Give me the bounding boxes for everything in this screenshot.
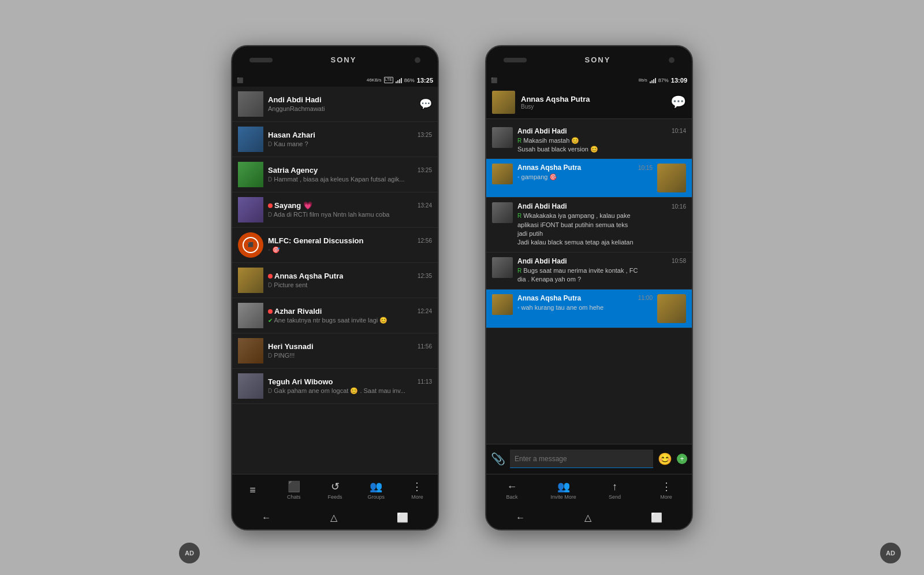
attach-icon[interactable]: 📎 [491,452,505,466]
chat-item-annas[interactable]: Annas Aqsha Putra 12:35 D Picture sent [232,263,438,298]
chat-preview-sayang: D Ada di RCTi film nya Nntn lah kamu cob… [268,211,432,218]
nav-chats[interactable]: ⬛ Chats [273,478,314,502]
recents-btn-right[interactable]: ⬜ [651,512,662,523]
chat-name-annas: Annas Aqsha Putra [268,272,343,280]
nav-more[interactable]: ⋮ More [397,478,438,502]
chat-item-sayang[interactable]: Sayang 💗 13:24 D Ada di RCTi film nya Nn… [232,192,438,228]
msg-time-4: 10:58 [672,258,686,264]
avatar-teguh [238,373,263,399]
chat-item-hasan[interactable]: Hasan Azhari 13:25 D Kau mane ? [232,122,438,157]
rbar4 [655,78,656,83]
signal-left [396,77,402,83]
msg-5: Annas Aqsha Putra 11:00 •wah kurang tau … [486,290,692,328]
msg-avatar-5 [492,294,513,315]
add-icon[interactable]: + [677,454,687,464]
chat-item-satria[interactable]: Satria Agency 13:25 D Hammat , biasa aja… [232,157,438,192]
msg-text-4: RBugs saat mau nerima invite kontak , FC… [517,266,686,284]
chat-preview-teguh: D Gak paham ane om logcat 😊 . Saat mau i… [268,387,432,395]
avatar-sayang [238,197,263,222]
message-input[interactable] [510,450,653,468]
chat-preview-mlfc: • 🎯 [268,246,432,254]
rbar2 [651,80,653,83]
msg-thumbnail-2 [657,164,686,192]
rbar1 [650,81,651,83]
bottom-nav-right: ← Back 👥 Invite More ↑ Send ⋮ More [486,474,692,506]
chats-icon: ⬛ [288,480,300,493]
chat-content-satria: Satria Agency 13:25 D Hammat , biasa aja… [268,166,432,183]
chat-content-teguh: Teguh Ari Wibowo 11:13 D Gak paham ane o… [268,377,432,395]
chat-preview-andi: AnggunRachmawati [268,105,415,112]
msg-top-1: Andi Abdi Hadi 10:14 [517,127,686,135]
msg-name-5: Annas Aqsha Putra [517,294,581,302]
chat-time-heri: 11:56 [418,343,432,350]
bb-icon-left: ⬛ [237,77,243,83]
chat-time-hasan: 13:25 [418,132,432,138]
msg-avatar-4 [492,257,513,278]
phone-left: SONY ⬛ 46KB/s LTE 86% 13:25 [231,45,439,531]
msg-content-1: Andi Abdi Hadi 10:14 RMakasih mastah 😊 S… [517,127,686,154]
speaker-right [504,58,527,62]
camera-right [669,57,675,63]
home-btn-right[interactable]: △ [584,512,591,523]
chat-name-andi: Andi Abdi Hadi [268,95,322,104]
chat-name-hasan: Hasan Azhari [268,131,315,139]
avatar-mlfc: ⬛ [238,232,263,258]
compose-icon[interactable]: 💬 [419,98,432,110]
msg-text-3: RWkakakaka iya gampang , kalau pake apli… [517,212,686,247]
speed-left: 46KB/s [367,77,382,83]
phone-top-bar-right: SONY [486,46,692,74]
chat-top-heri: Heri Yusnadi 11:56 [268,342,432,351]
chat-content-annas: Annas Aqsha Putra 12:35 D Picture sent [268,272,432,288]
groups-label: Groups [367,494,385,500]
chats-label: Chats [287,494,301,500]
time-right: 13:09 [671,77,687,84]
back-label-chat: Back [506,494,517,500]
screen-right: ⬛ 8b/s 87% 13:09 Annas Aqsha Putra [486,74,692,529]
bb-icon-right: ⬛ [491,77,497,83]
msg-avatar-inner-3 [492,202,513,223]
camera-left [415,57,420,63]
bar1 [396,81,397,83]
chat-content-heri: Heri Yusnadi 11:56 D PING!!! [268,342,432,359]
msg-text-1: RMakasih mastah 😊 Susah buat black versi… [517,136,686,154]
chat-item-mlfc[interactable]: ⬛ MLFC: General Discussion 12:56 • 🎯 [232,228,438,263]
msg-name-1: Andi Abdi Hadi [517,127,567,135]
back-btn-left[interactable]: ← [262,513,271,523]
status-bar-left: ⬛ 46KB/s LTE 86% 13:25 [232,74,438,87]
back-btn-right[interactable]: ← [516,513,525,523]
msg-content-2: Annas Aqsha Putra 10:15 •gampang 🎯 [517,164,653,181]
emoji-icon[interactable]: 😊 [658,452,672,466]
chat-name-mlfc: MLFC: General Discussion [268,236,363,245]
chat-item-teguh[interactable]: Teguh Ari Wibowo 11:13 D Gak paham ane o… [232,369,438,404]
avatar-heri [238,338,263,363]
status-right-left: 46KB/s LTE 86% 13:25 [367,77,433,84]
chat-item-header[interactable]: Andi Abdi Hadi AnggunRachmawati 💬 [232,87,438,122]
chat-top-sayang: Sayang 💗 13:24 [268,201,432,210]
watermark-text-left: AD [185,550,194,557]
msg-text-5: •wah kurang tau ane om hehe [517,303,653,312]
chat-time-mlfc: 12:56 [418,238,432,244]
nav-send[interactable]: ↑ Send [589,478,640,502]
msg-1: Andi Abdi Hadi 10:14 RMakasih mastah 😊 S… [486,123,692,159]
whatsapp-icon[interactable]: 💬 [670,95,686,110]
nav-menu[interactable]: ≡ [232,482,273,499]
nav-groups[interactable]: 👥 Groups [356,478,397,502]
msg-top-2: Annas Aqsha Putra 10:15 [517,164,653,172]
feeds-label: Feeds [328,494,342,500]
status-bar-right: ⬛ 8b/s 87% 13:09 [486,74,692,87]
nav-feeds[interactable]: ↺ Feeds [314,478,355,502]
chat-item-azhar[interactable]: Azhar Rivaldi 12:24 ✔ Ane takutnya ntr b… [232,298,438,333]
recents-btn-left[interactable]: ⬜ [397,512,408,523]
speed-right: 8b/s [639,77,647,83]
nav-invite-more[interactable]: 👥 Invite More [538,478,589,502]
battery-right: 87% [658,77,669,83]
msg-time-1: 10:14 [672,128,686,134]
msg-top-4: Andi Abdi Hadi 10:58 [517,257,686,265]
status-right-right: 8b/s 87% 13:09 [639,77,687,84]
nav-more-chat[interactable]: ⋮ More [640,478,692,502]
nav-back-chat[interactable]: ← Back [486,478,538,502]
home-btn-left[interactable]: △ [330,512,337,523]
msg-avatar-1 [492,127,513,148]
chat-header-right: Annas Aqsha Putra Busy 💬 [486,87,692,119]
chat-item-heri[interactable]: Heri Yusnadi 11:56 D PING!!! [232,333,438,369]
